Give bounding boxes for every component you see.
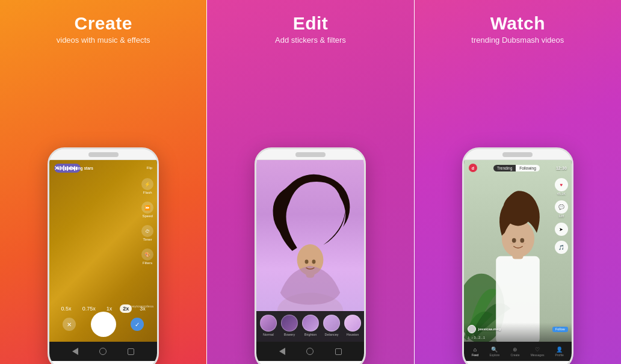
filter-normal-label: Normal <box>263 333 274 336</box>
create-notch <box>88 152 119 157</box>
confirm-button[interactable]: ✓ <box>131 318 144 331</box>
create-subtitle: videos with music & effects <box>57 35 150 45</box>
edit-home-nav[interactable] <box>306 348 314 355</box>
flash-control[interactable]: ⚡ Flash <box>141 178 153 194</box>
comment-icon: 💬 <box>555 200 568 214</box>
watch-phone-wrapper: d Trending Following 12:30 ♥ 45.1K 💬 <box>415 147 621 364</box>
edit-header: Edit Add stickers & filters <box>269 0 352 52</box>
filter-brighten-label: Brighton <box>304 333 317 336</box>
comment-count: 128 <box>558 214 564 218</box>
capture-bar: ✕ ✓ <box>49 312 157 337</box>
explore-icon: 🔍 <box>491 347 498 353</box>
edit-subtitle: Add stickers & filters <box>275 35 346 45</box>
timer-control[interactable]: ⏱ Timer <box>141 225 153 241</box>
filters-icon: 🎨 <box>141 248 153 261</box>
filter-delancey[interactable]: Delancey <box>323 315 340 336</box>
side-controls: ⚡ Flash ⏩ Speed ⏱ Timer 🎨 Filters <box>141 178 153 265</box>
capture-button[interactable] <box>91 312 116 337</box>
svg-point-3 <box>305 259 309 264</box>
create-phone-nav <box>49 342 157 361</box>
cancel-capture-button[interactable]: ✕ <box>63 318 76 331</box>
create-notch-bar <box>49 149 157 160</box>
back-nav-icon[interactable] <box>72 348 78 355</box>
trending-tab[interactable]: Trending <box>493 165 516 171</box>
explore-label: Explore <box>489 353 499 357</box>
song-name: shooting stars <box>66 166 93 170</box>
filter-delancey-preview <box>323 315 340 332</box>
speed-control[interactable]: ⏩ Speed <box>141 202 153 218</box>
comment-control[interactable]: 💬 128 <box>555 200 568 218</box>
edit-phone-wrapper: Normal Bowery Brighton Delancey <box>207 147 413 364</box>
watch-panel: Watch trending Dubsmash videos <box>415 0 621 364</box>
like-control[interactable]: ♥ 45.1K <box>555 178 568 196</box>
explore-nav-item[interactable]: 🔍 Explore <box>489 347 499 357</box>
feed-nav-item[interactable]: ⌂ Feed <box>472 347 478 357</box>
watch-time: 12:30 <box>556 166 567 170</box>
wave-bar-3 <box>61 167 63 170</box>
home-nav-icon[interactable] <box>99 348 107 355</box>
flash-icon: ⚡ <box>141 178 153 190</box>
timer-icon: ⏱ <box>141 225 153 237</box>
audio-control[interactable]: 🎵 <box>555 241 568 254</box>
messages-label: Messages <box>531 353 545 357</box>
watch-music-row: ♪ ♪ 3...2...1 <box>468 335 568 339</box>
filter-bowery-label: Bowery <box>284 333 295 336</box>
edit-notch-bar <box>256 149 364 160</box>
filter-houston-preview <box>344 315 361 332</box>
recents-nav-icon[interactable] <box>128 348 134 355</box>
following-tab[interactable]: Following <box>516 165 539 171</box>
create-header: Create videos with music & effects <box>51 0 156 52</box>
create-title: Create <box>57 13 150 33</box>
watch-top-bar: d Trending Following 12:30 <box>464 162 572 173</box>
music-note-icon: ♪ <box>468 335 470 339</box>
watch-user-row: jessicaa.meg Follow <box>468 325 568 333</box>
edit-recents-nav[interactable] <box>335 348 342 355</box>
edit-phone: Normal Bowery Brighton Delancey <box>255 147 366 364</box>
close-button[interactable]: ✕ <box>54 165 59 171</box>
filter-normal[interactable]: Normal <box>260 315 277 336</box>
filter-houston-label: Houston <box>347 333 359 336</box>
profile-nav-item[interactable]: 👤 Profile <box>555 347 564 357</box>
create-icon: ⊕ <box>513 347 518 353</box>
profile-icon: 👤 <box>556 347 563 353</box>
create-screen: ✕ shooting stars Flip ⚡ Flash ⏩ Speed <box>49 160 157 342</box>
watch-screen: d Trending Following 12:30 ♥ 45.1K 💬 <box>464 160 572 342</box>
dubsmash-logo: d <box>469 164 477 172</box>
create-nav-item[interactable]: ⊕ Create <box>510 347 519 357</box>
filter-normal-preview <box>260 315 277 332</box>
create-phone-wrapper: ✕ shooting stars Flip ⚡ Flash ⏩ Speed <box>0 147 206 364</box>
flash-label: Flash <box>143 191 152 194</box>
feed-icon: ⌂ <box>474 347 477 353</box>
filters-control[interactable]: 🎨 Filters <box>141 248 153 265</box>
audio-icon: 🎵 <box>555 241 568 254</box>
watch-title: Watch <box>471 13 564 33</box>
svg-point-9 <box>503 193 533 226</box>
filters-label: Filters <box>143 261 152 265</box>
filters-bar: Normal Bowery Brighton Delancey <box>256 311 364 342</box>
messages-nav-item[interactable]: ♡ Messages <box>531 347 545 357</box>
filter-brighten-preview <box>302 315 319 332</box>
edit-back-nav[interactable] <box>279 348 285 355</box>
speed-icon: ⏩ <box>141 202 153 214</box>
watch-notch-bar <box>464 149 572 160</box>
watch-app-nav: ⌂ Feed 🔍 Explore ⊕ Create ♡ Messages 👤 <box>464 342 572 361</box>
create-top-bar <box>49 160 157 176</box>
create-panel: Create videos with music & effects <box>0 0 206 364</box>
watch-username: jessicaa.meg <box>478 327 501 331</box>
share-control[interactable]: ➤ <box>555 223 568 236</box>
timer-label: Timer <box>143 238 152 241</box>
share-icon: ➤ <box>555 223 568 236</box>
svg-point-10 <box>512 238 516 243</box>
filter-bowery[interactable]: Bowery <box>281 315 298 336</box>
watch-right-controls: ♥ 45.1K 💬 128 ➤ 🎵 <box>555 178 568 254</box>
follow-button[interactable]: Follow <box>552 327 568 332</box>
wave-bar-2 <box>60 166 61 170</box>
edit-phone-nav <box>256 342 364 361</box>
watch-notch <box>502 152 533 157</box>
watch-subtitle: trending Dubsmash videos <box>471 35 564 45</box>
watch-user-avatar <box>468 325 476 333</box>
wave-bar-4 <box>63 165 64 171</box>
filter-houston[interactable]: Houston <box>344 315 361 336</box>
filter-brighten[interactable]: Brighton <box>302 315 319 336</box>
feed-label: Feed <box>472 353 478 357</box>
